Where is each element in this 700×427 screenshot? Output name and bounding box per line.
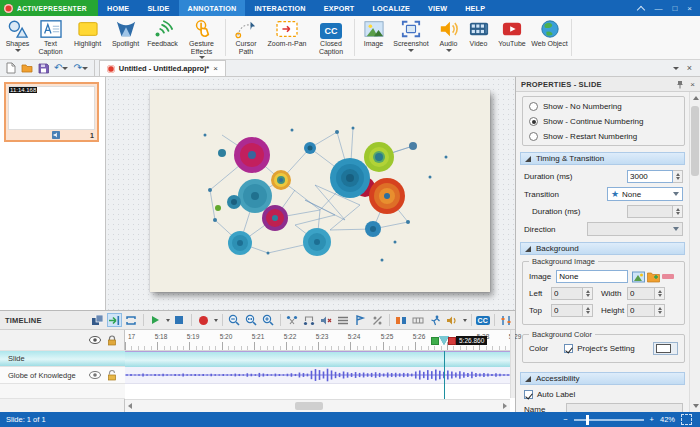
menu-localize[interactable]: LOCALIZE: [363, 0, 419, 16]
zoom-slider[interactable]: [574, 419, 644, 421]
scroll-up-icon[interactable]: [693, 96, 699, 100]
insert-marker-icon[interactable]: [353, 313, 368, 327]
audio-dropdown-icon[interactable]: [446, 49, 452, 52]
hscrollbar-thumb[interactable]: [295, 402, 323, 410]
gesture-effects-dropdown-icon[interactable]: [199, 56, 205, 59]
cut-icon[interactable]: [394, 313, 409, 327]
timeline-tracks-area[interactable]: 175:185:195:205:215:225:235:245:255:265:…: [125, 330, 515, 412]
track-lock-icon[interactable]: [107, 370, 117, 381]
section-timing-transition[interactable]: Timing & Transition: [520, 152, 685, 165]
scroll-left-icon[interactable]: [128, 403, 132, 409]
screenshot-dropdown-icon[interactable]: [408, 49, 414, 52]
audio-tools-dropdown-icon[interactable]: [463, 319, 467, 322]
stop-button[interactable]: [172, 313, 187, 327]
app-logo[interactable]: ACTIVEPRESENTER: [0, 0, 98, 16]
scroll-right-icon[interactable]: [503, 403, 507, 409]
text-caption-button[interactable]: Text Caption: [33, 17, 68, 58]
pin-icon[interactable]: [676, 80, 684, 89]
menu-export[interactable]: EXPORT: [315, 0, 364, 16]
playhead-handle[interactable]: [439, 336, 449, 345]
new-file-icon[interactable]: [6, 62, 16, 74]
scrollbar-thumb[interactable]: [691, 106, 699, 176]
zoom-slider-thumb[interactable]: [586, 415, 589, 425]
undo-button[interactable]: ↶: [54, 63, 68, 73]
gesture-effects-button[interactable]: Gesture Effects: [181, 17, 222, 58]
youtube-button[interactable]: YouTube: [493, 17, 531, 58]
audio-tools-icon[interactable]: [445, 313, 460, 327]
duration-input[interactable]: [627, 170, 673, 183]
menu-home[interactable]: HOME: [98, 0, 138, 16]
close-button[interactable]: ×: [687, 4, 692, 13]
zoom-n-pan-button[interactable]: Zoom-n-Pan: [263, 17, 311, 58]
duration-spinner[interactable]: [673, 170, 683, 183]
radio-icon[interactable]: [529, 102, 538, 111]
radio-no-numbering[interactable]: Show - No Numbering: [523, 99, 684, 114]
feedback-button[interactable]: Feedback: [144, 17, 181, 58]
show-all-tracks-eye-icon[interactable]: [89, 336, 101, 344]
properties-scrollbar[interactable]: [689, 92, 700, 412]
color-swatch-dropdown[interactable]: [653, 342, 678, 355]
cursor-path-button[interactable]: Cursor Path: [229, 17, 263, 58]
project-setting-checkbox[interactable]: [564, 344, 573, 353]
zoom-fit-icon[interactable]: [244, 313, 259, 327]
open-folder-icon[interactable]: [21, 63, 33, 73]
frames-icon[interactable]: [411, 313, 426, 327]
globe-track-bar[interactable]: [125, 367, 510, 384]
maximize-button[interactable]: □: [672, 4, 677, 13]
zoom-out-button[interactable]: −: [563, 415, 567, 424]
preview-export-icon[interactable]: [428, 313, 443, 327]
shapes-button[interactable]: Shapes: [2, 17, 33, 58]
radio-icon[interactable]: [529, 117, 538, 126]
web-object-button[interactable]: Web Object: [531, 17, 568, 58]
menu-view[interactable]: VIEW: [419, 0, 456, 16]
loop-icon[interactable]: [124, 313, 139, 327]
closed-caption-button[interactable]: CC Closed Caption: [311, 17, 351, 58]
redo-dropdown-icon[interactable]: [82, 67, 88, 70]
import-image-button[interactable]: [647, 271, 660, 283]
radio-icon[interactable]: [529, 132, 538, 141]
section-accessibility[interactable]: Accessibility: [520, 372, 685, 385]
timeline-hscrollbar[interactable]: [125, 399, 510, 412]
save-icon[interactable]: [38, 63, 49, 74]
mute-icon[interactable]: [319, 313, 334, 327]
tab-close-icon[interactable]: ×: [213, 64, 218, 73]
slide-thumbnail[interactable]: 11:14.168 1: [4, 82, 99, 142]
radio-restart-numbering[interactable]: Show - Restart Numbering: [523, 129, 684, 144]
rows-icon[interactable]: [336, 313, 351, 327]
playback-rate-icon[interactable]: [370, 313, 385, 327]
ribbon-collapse-icon[interactable]: [673, 67, 679, 70]
zoom-in-button[interactable]: +: [650, 415, 654, 424]
join-icon[interactable]: [302, 313, 317, 327]
video-button[interactable]: Video: [464, 17, 493, 58]
lock-all-tracks-icon[interactable]: [107, 335, 117, 346]
auto-label-checkbox[interactable]: [524, 390, 533, 399]
play-dropdown-icon[interactable]: [166, 319, 170, 322]
menu-slide[interactable]: SLIDE: [138, 0, 178, 16]
redo-button[interactable]: ↷: [73, 63, 87, 73]
document-tab[interactable]: Untitled - Untitled.approj* ×: [99, 60, 226, 76]
fit-to-window-icon[interactable]: [681, 414, 692, 425]
image-button[interactable]: Image: [358, 17, 389, 58]
track-eye-icon[interactable]: [89, 371, 101, 379]
zoom-out-icon[interactable]: [227, 313, 242, 327]
layers-icon[interactable]: [90, 313, 105, 327]
slide-canvas[interactable]: [150, 90, 490, 292]
range-end-marker[interactable]: [448, 337, 456, 345]
zoom-in-icon[interactable]: [261, 313, 276, 327]
menu-annotation[interactable]: ANNOTATION: [179, 0, 246, 16]
properties-close-icon[interactable]: ×: [690, 80, 695, 89]
minimize-button[interactable]: —: [654, 4, 662, 13]
image-picker-button[interactable]: [632, 271, 645, 283]
section-background[interactable]: Background: [520, 242, 685, 255]
image-input[interactable]: [556, 270, 628, 283]
split-icon[interactable]: [285, 313, 300, 327]
timeline-cc-button[interactable]: CC: [476, 316, 490, 325]
auto-scroll-toggle[interactable]: [107, 313, 122, 327]
screenshot-button[interactable]: Screenshot: [389, 17, 433, 58]
remove-image-button[interactable]: [662, 274, 674, 279]
undo-dropdown-icon[interactable]: [62, 67, 68, 70]
pane-close-icon[interactable]: ×: [687, 63, 692, 73]
spotlight-button[interactable]: Spotlight: [107, 17, 144, 58]
collapse-window-icon[interactable]: [637, 5, 645, 13]
record-button[interactable]: [196, 313, 211, 327]
